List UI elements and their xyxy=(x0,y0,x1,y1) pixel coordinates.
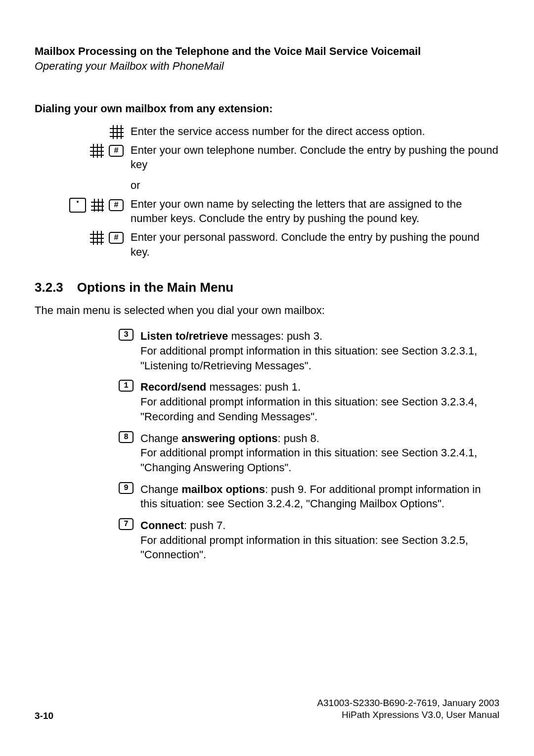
section-number: 3.2.3 xyxy=(35,280,63,295)
option-bold: Record/send xyxy=(140,381,206,393)
option-key-cell: 1 xyxy=(35,380,140,392)
option-rest: : push 8. xyxy=(278,432,319,445)
option-key-cell: 9 xyxy=(35,482,140,494)
keypad-icon xyxy=(91,199,104,212)
keypad-icon xyxy=(110,125,124,139)
handset-icon xyxy=(69,198,86,213)
page-number: 3-10 xyxy=(35,711,53,721)
step-icons: # xyxy=(35,197,131,213)
chapter-subtitle: Operating your Mailbox with PhoneMail xyxy=(35,60,499,73)
step-text: Enter the service access number for the … xyxy=(131,124,499,139)
option-row: 8 Change answering options: push 8. For … xyxy=(35,431,499,475)
step-icons: # xyxy=(35,143,131,158)
page: Mailbox Processing on the Telephone and … xyxy=(0,0,534,756)
section-intro: The main menu is selected when you dial … xyxy=(35,304,499,317)
option-text: Connect: push 7. For additional prompt i… xyxy=(140,518,499,562)
step-text: Enter your own telephone number. Conclud… xyxy=(131,143,499,172)
keypad-icon xyxy=(90,231,104,245)
digit-key-icon: 3 xyxy=(119,329,134,341)
option-bold: answering options xyxy=(181,432,277,445)
option-pre: Change xyxy=(140,483,181,495)
option-line2: For additional prompt information in thi… xyxy=(140,534,468,561)
option-text: Listen to/retrieve messages: push 3. For… xyxy=(140,329,499,373)
option-line2: For additional prompt information in thi… xyxy=(140,446,477,474)
digit-key-icon: 8 xyxy=(119,431,134,443)
pound-key-icon: # xyxy=(109,145,124,157)
option-rest: messages: push 1. xyxy=(206,381,301,393)
option-rest: : push 7. xyxy=(184,519,225,532)
pound-key-icon: # xyxy=(109,232,124,244)
step-row: # Enter your own name by selecting the l… xyxy=(35,197,499,226)
keypad-icon xyxy=(90,144,104,158)
option-row: 7 Connect: push 7. For additional prompt… xyxy=(35,518,499,562)
step-text: or xyxy=(131,176,499,193)
page-footer: 3-10 A31003-S2330-B690-2-7619, January 2… xyxy=(35,697,499,721)
option-line2: For additional prompt information in thi… xyxy=(140,396,477,423)
option-key-cell: 8 xyxy=(35,431,140,443)
section-title: Options in the Main Menu xyxy=(77,280,233,295)
option-key-cell: 3 xyxy=(35,329,140,341)
option-rest: messages: push 3. xyxy=(228,330,322,342)
section-heading: 3.2.3 Options in the Main Menu xyxy=(35,280,499,295)
step-icons: # xyxy=(35,230,131,245)
step-text: Enter your own name by selecting the let… xyxy=(131,197,499,226)
option-key-cell: 7 xyxy=(35,518,140,530)
step-text: Enter your personal password. Conclude t… xyxy=(131,230,499,259)
digit-key-icon: 1 xyxy=(119,380,134,392)
footer-product: HiPath Xpressions V3.0, User Manual xyxy=(317,709,499,721)
option-row: 3 Listen to/retrieve messages: push 3. F… xyxy=(35,329,499,373)
step-icons xyxy=(35,176,131,177)
option-line2: For additional prompt information in thi… xyxy=(140,345,477,372)
step-row: # Enter your personal password. Conclude… xyxy=(35,230,499,259)
step-icons xyxy=(35,124,131,139)
chapter-title: Mailbox Processing on the Telephone and … xyxy=(35,44,499,59)
dialing-heading: Dialing your own mailbox from any extens… xyxy=(35,102,499,115)
option-text: Change answering options: push 8. For ad… xyxy=(140,431,499,475)
option-text: Change mailbox options: push 9. For addi… xyxy=(140,482,499,511)
digit-key-icon: 7 xyxy=(119,518,134,530)
option-row: 9 Change mailbox options: push 9. For ad… xyxy=(35,482,499,511)
option-bold: Connect xyxy=(140,519,184,532)
digit-key-icon: 9 xyxy=(119,482,134,494)
option-bold: mailbox options xyxy=(181,483,265,495)
step-row: # Enter your own telephone number. Concl… xyxy=(35,143,499,172)
footer-doc-id: A31003-S2330-B690-2-7619, January 2003 xyxy=(317,697,499,710)
pound-key-icon: # xyxy=(109,199,124,211)
option-bold: Listen to/retrieve xyxy=(140,330,228,342)
option-pre: Change xyxy=(140,432,181,445)
step-row: Enter the service access number for the … xyxy=(35,124,499,139)
option-text: Record/send messages: push 1. For additi… xyxy=(140,380,499,424)
footer-right: A31003-S2330-B690-2-7619, January 2003 H… xyxy=(317,697,499,721)
step-row: or xyxy=(35,176,499,193)
option-row: 1 Record/send messages: push 1. For addi… xyxy=(35,380,499,424)
